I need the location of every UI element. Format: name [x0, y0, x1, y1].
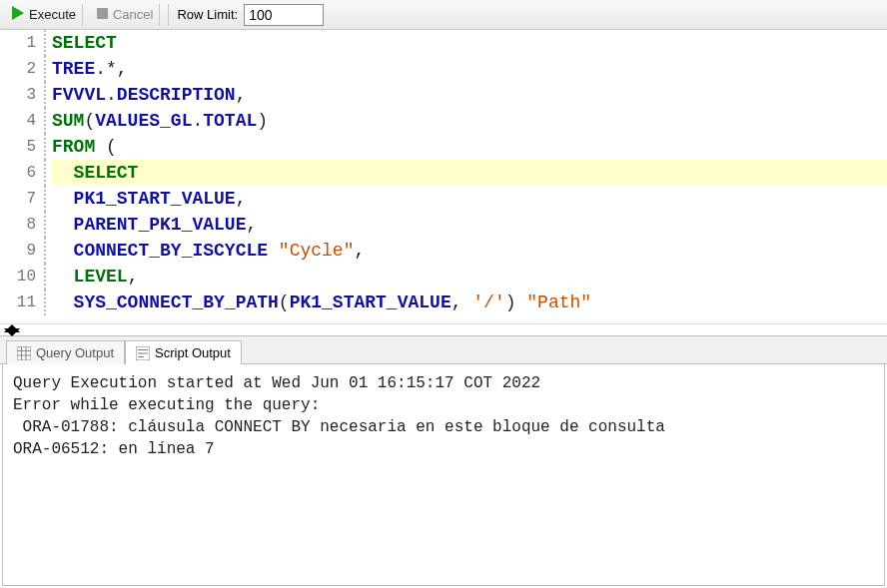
code-line: 8 PARENT_PK1_VALUE, [0, 212, 887, 238]
line-number: 11 [0, 290, 44, 315]
code-text: LEVEL, [52, 264, 887, 290]
output-tabs: Query Output Script Output [0, 336, 887, 364]
editor-fade [0, 315, 887, 323]
code-text: CONNECT_BY_ISCYCLE "Cycle", [52, 238, 887, 264]
gutter-separator [44, 186, 46, 212]
play-icon [12, 6, 24, 23]
code-text: FVVVL.DESCRIPTION, [52, 82, 887, 108]
row-limit-input[interactable] [244, 4, 324, 26]
line-number: 8 [0, 212, 44, 238]
tab-label: Query Output [36, 345, 114, 360]
line-number: 3 [0, 82, 44, 108]
code-editor[interactable]: 1SELECT2TREE.*,3FVVVL.DESCRIPTION,4SUM(V… [0, 30, 887, 323]
gutter-separator [44, 212, 46, 238]
gutter-separator [44, 134, 46, 160]
code-line: 9 CONNECT_BY_ISCYCLE "Cycle", [0, 238, 887, 264]
tab-query-output[interactable]: Query Output [6, 340, 125, 364]
line-number: 9 [0, 238, 44, 264]
execute-button[interactable]: Execute [6, 4, 83, 26]
lines-icon [136, 346, 150, 360]
code-text: SYS_CONNECT_BY_PATH(PK1_START_VALUE, '/'… [52, 290, 887, 315]
gutter-separator [44, 56, 46, 82]
gutter-separator [44, 30, 46, 56]
code-line: 11 SYS_CONNECT_BY_PATH(PK1_START_VALUE, … [0, 290, 887, 315]
row-limit-group: Row Limit: [168, 4, 324, 26]
splitter-handle[interactable] [0, 323, 887, 335]
line-number: 10 [0, 264, 44, 290]
cancel-button[interactable]: Cancel [91, 4, 160, 26]
code-text: PARENT_PK1_VALUE, [52, 212, 887, 238]
code-line: 1SELECT [0, 30, 887, 56]
code-text: FROM ( [52, 134, 887, 160]
output-panel: Query Output Script Output Query Executi… [0, 335, 887, 588]
gutter-separator [44, 264, 46, 290]
line-number: 4 [0, 108, 44, 134]
execute-label: Execute [29, 7, 76, 22]
stop-icon [97, 7, 108, 22]
gutter-separator [44, 108, 46, 134]
tab-script-output[interactable]: Script Output [125, 340, 242, 364]
row-limit-label: Row Limit: [177, 7, 238, 22]
code-text: PK1_START_VALUE, [52, 186, 887, 212]
svg-rect-2 [17, 346, 31, 360]
code-line: 2TREE.*, [0, 56, 887, 82]
line-number: 6 [0, 160, 44, 186]
code-line: 5FROM ( [0, 134, 887, 160]
gutter-separator [44, 82, 46, 108]
tab-label: Script Output [155, 345, 231, 360]
line-number: 5 [0, 134, 44, 160]
sql-editor-app: Execute Cancel Row Limit: 1SELECT2TREE.*… [0, 0, 887, 588]
toolbar: Execute Cancel Row Limit: [0, 0, 887, 30]
line-number: 1 [0, 30, 44, 56]
code-line: 6 SELECT [0, 160, 887, 186]
gutter-separator [44, 290, 46, 315]
code-text: SUM(VALUES_GL.TOTAL) [52, 108, 887, 134]
gutter-separator [44, 160, 46, 186]
gutter-separator [44, 238, 46, 264]
code-text: TREE.*, [52, 56, 887, 82]
code-line: 3FVVVL.DESCRIPTION, [0, 82, 887, 108]
cancel-label: Cancel [113, 7, 153, 22]
output-body[interactable]: Query Execution started at Wed Jun 01 16… [2, 364, 885, 586]
code-line: 10 LEVEL, [0, 264, 887, 290]
line-number: 2 [0, 56, 44, 82]
code-lines: 1SELECT2TREE.*,3FVVVL.DESCRIPTION,4SUM(V… [0, 30, 887, 315]
svg-marker-0 [12, 6, 24, 20]
code-line: 7 PK1_START_VALUE, [0, 186, 887, 212]
code-line: 4SUM(VALUES_GL.TOTAL) [0, 108, 887, 134]
svg-rect-1 [97, 8, 108, 19]
grid-icon [17, 346, 31, 360]
line-number: 7 [0, 186, 44, 212]
code-text: SELECT [52, 30, 887, 56]
code-text: SELECT [52, 160, 887, 186]
